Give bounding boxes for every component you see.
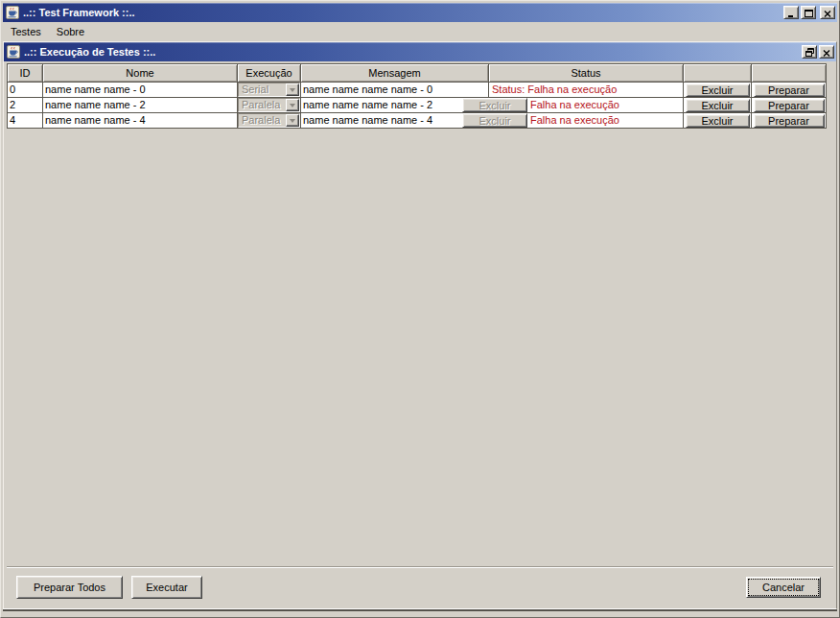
executar-button[interactable]: Executar — [131, 576, 202, 599]
window-title: ..:: Test Framework ::.. — [23, 7, 782, 18]
cell-preparar: Preparar — [752, 113, 827, 129]
execucao-value: Paralela — [239, 99, 286, 111]
cell-nome: name name name - 4 — [43, 113, 238, 129]
close-icon — [823, 45, 830, 59]
internal-frame-title: ..:: Execução de Testes ::.. — [24, 46, 800, 58]
table-row: 2 name name name - 2 Paralela name name … — [8, 98, 827, 113]
excluir-disabled-button: Excluir — [462, 98, 527, 112]
close-button[interactable] — [819, 45, 834, 59]
preparar-button[interactable]: Preparar — [754, 99, 825, 112]
cell-excluir: Excluir — [684, 113, 752, 129]
cell-preparar: Preparar — [752, 98, 827, 113]
chevron-down-icon — [286, 83, 299, 96]
restore-icon — [805, 45, 814, 59]
col-header-status: Status — [489, 64, 684, 83]
cell-excluir: Excluir — [684, 98, 752, 113]
execucao-value: Serial — [239, 83, 286, 96]
preparar-todos-button[interactable]: Preparar Todos — [16, 576, 123, 599]
maximize-icon — [805, 6, 813, 20]
cell-status: Status: Falha na execução — [489, 83, 684, 98]
close-button[interactable] — [820, 6, 835, 19]
status-text: Falha na execução — [527, 113, 619, 128]
maximize-button[interactable] — [801, 6, 816, 19]
col-header-mensagem: Mensagem — [301, 64, 489, 83]
desktop-pane: ..:: Execução de Testes ::.. — [3, 41, 837, 611]
cell-execucao: Paralela — [238, 113, 301, 129]
cell-id: 2 — [8, 98, 43, 113]
cell-id: 4 — [8, 113, 43, 129]
cell-nome: name name name - 0 — [43, 83, 238, 98]
excluir-button[interactable]: Excluir — [686, 114, 750, 128]
java-cup-icon — [6, 6, 19, 19]
cell-status: Excluir Falha na execução — [489, 113, 684, 129]
menu-item-testes[interactable]: Testes — [11, 24, 47, 40]
col-header-excluir — [684, 64, 752, 83]
chevron-down-icon — [286, 99, 299, 111]
main-window: ..:: Test Framework ::.. Testes Sobre — [0, 0, 840, 618]
cell-id: 0 — [8, 83, 43, 98]
status-text: Status: Falha na execução — [489, 83, 617, 97]
execucao-value: Paralela — [239, 114, 286, 127]
col-header-execucao: Execução — [238, 64, 301, 83]
col-header-preparar — [752, 64, 827, 83]
chevron-down-icon — [286, 114, 299, 127]
execucao-select: Paralela — [238, 113, 300, 128]
restore-button[interactable] — [802, 45, 817, 59]
status-text: Falha na execução — [527, 98, 619, 112]
minimize-button[interactable] — [783, 6, 799, 19]
cell-mensagem: name name name name - 2 — [301, 98, 489, 113]
execucao-select: Paralela — [238, 98, 300, 112]
col-header-nome: Nome — [43, 64, 238, 83]
window-titlebar: ..:: Test Framework ::.. — [3, 3, 837, 22]
footer-bar: Preparar Todos Executar Cancelar — [7, 566, 833, 608]
menu-item-sobre[interactable]: Sobre — [57, 24, 90, 40]
internal-frame-content: ID Nome Execução Mensagem Status 0 name … — [4, 61, 836, 608]
cell-execucao: Serial — [238, 83, 301, 98]
cell-status: Excluir Falha na execução — [489, 98, 684, 113]
table-header-row: ID Nome Execução Mensagem Status — [8, 64, 827, 83]
table-row: 0 name name name - 0 Serial name name na… — [8, 83, 827, 98]
excluir-disabled-button: Excluir — [462, 113, 527, 128]
excluir-button[interactable]: Excluir — [686, 99, 750, 112]
close-icon — [824, 6, 831, 20]
preparar-button[interactable]: Preparar — [754, 114, 825, 128]
cell-mensagem: name name name name - 0 — [301, 83, 489, 98]
cancelar-button[interactable]: Cancelar — [746, 577, 821, 598]
menubar: Testes Sobre — [3, 22, 837, 41]
cell-mensagem: name name name name - 4 — [301, 113, 489, 129]
cell-excluir: Excluir — [684, 83, 752, 98]
java-cup-icon — [7, 45, 20, 59]
table-row: 4 name name name - 4 Paralela name name … — [8, 113, 827, 129]
internal-frame: ..:: Execução de Testes ::.. — [3, 41, 837, 609]
col-header-id: ID — [8, 64, 43, 83]
preparar-button[interactable]: Preparar — [754, 83, 825, 97]
cell-preparar: Preparar — [752, 83, 827, 98]
execucao-select: Serial — [238, 83, 300, 97]
excluir-button[interactable]: Excluir — [686, 83, 750, 97]
cell-execucao: Paralela — [238, 98, 301, 113]
minimize-icon — [787, 6, 795, 20]
tests-table: ID Nome Execução Mensagem Status 0 name … — [7, 63, 827, 129]
cell-nome: name name name - 2 — [43, 98, 238, 113]
internal-frame-titlebar: ..:: Execução de Testes ::.. — [4, 42, 836, 61]
